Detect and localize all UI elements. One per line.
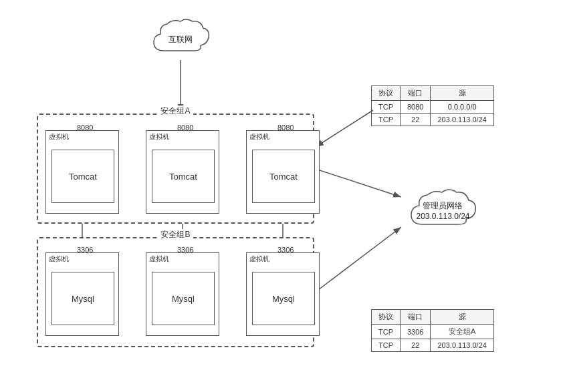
- table-bottom-row-1-protocol: TCP: [372, 325, 401, 339]
- port-tomcat-2: 8080: [177, 124, 193, 132]
- svg-line-5: [316, 169, 401, 197]
- table-top-row-1: TCP 8080 0.0.0.0/0: [372, 101, 494, 114]
- table-bottom-row-2: TCP 22 203.0.113.0/24: [372, 339, 494, 352]
- port-tomcat-3: 8080: [277, 124, 294, 132]
- port-mysql-2: 3306: [177, 246, 193, 254]
- vm-label-4: 虚拟机: [49, 254, 69, 264]
- admin-cloud: 管理员网络 203.0.113.0/24: [405, 182, 481, 234]
- app-label-mysql-3: Mysql: [272, 294, 295, 304]
- app-label-tomcat-3: Tomcat: [269, 172, 298, 182]
- table-top-row-2-protocol: TCP: [372, 114, 401, 126]
- table-top-header-port: 端口: [401, 86, 431, 101]
- vm-box-tomcat-2: 虚拟机 Tomcat: [146, 130, 219, 214]
- svg-line-7: [316, 110, 373, 147]
- table-top-row-1-port: 8080: [401, 101, 431, 114]
- table-bottom-row-2-protocol: TCP: [372, 339, 401, 352]
- app-label-tomcat-1: Tomcat: [69, 172, 97, 182]
- vm-box-tomcat-1: 虚拟机 Tomcat: [45, 130, 119, 214]
- table-bottom-row-1: TCP 3306 安全组A: [372, 325, 494, 339]
- table-bottom-row-2-source: 203.0.113.0/24: [431, 339, 493, 352]
- vm-box-mysql-1: 虚拟机 Mysql: [45, 252, 119, 336]
- app-box-mysql-2: Mysql: [152, 272, 215, 325]
- vm-label-5: 虚拟机: [149, 254, 169, 264]
- vm-label-1: 虚拟机: [49, 132, 69, 142]
- table-bottom-row-1-port: 3306: [401, 325, 431, 339]
- vm-label-2: 虚拟机: [149, 132, 169, 142]
- vm-box-mysql-3: 虚拟机 Mysql: [246, 252, 320, 336]
- table-bottom-row-2-port: 22: [401, 339, 431, 352]
- table-top-row-1-source: 0.0.0.0/0: [431, 101, 493, 114]
- security-group-b-label: 安全组B: [158, 229, 193, 240]
- table-bottom-header-protocol: 协议: [372, 310, 401, 325]
- table-bottom-row-1-source: 安全组A: [431, 325, 493, 339]
- info-table-bottom: 协议 端口 源 TCP 3306 安全组A TCP 22 203.0.113.0…: [371, 309, 494, 352]
- app-label-tomcat-2: Tomcat: [169, 172, 197, 182]
- svg-line-6: [316, 227, 401, 292]
- table-top-row-2-port: 22: [401, 114, 431, 126]
- app-box-tomcat-1: Tomcat: [51, 150, 114, 203]
- table-top-header-protocol: 协议: [372, 86, 401, 101]
- app-box-mysql-3: Mysql: [252, 272, 315, 325]
- internet-cloud-label: 互联网: [168, 34, 193, 45]
- internet-cloud: 互联网: [147, 12, 214, 60]
- table-bottom-header-port: 端口: [401, 310, 431, 325]
- vm-box-tomcat-3: 虚拟机 Tomcat: [246, 130, 320, 214]
- table-top-row-1-protocol: TCP: [372, 101, 401, 114]
- vm-label-3: 虚拟机: [249, 132, 269, 142]
- admin-cloud-label: 管理员网络 203.0.113.0/24: [416, 200, 469, 221]
- app-label-mysql-2: Mysql: [172, 294, 195, 304]
- table-top-row-2-source: 203.0.113.0/24: [431, 114, 493, 126]
- vm-box-mysql-2: 虚拟机 Mysql: [146, 252, 219, 336]
- info-table-top: 协议 端口 源 TCP 8080 0.0.0.0/0 TCP 22 203.0.…: [371, 85, 494, 126]
- port-tomcat-1: 8080: [77, 124, 93, 132]
- table-top-row-2: TCP 22 203.0.113.0/24: [372, 114, 494, 126]
- app-label-mysql-1: Mysql: [72, 294, 94, 304]
- port-mysql-1: 3306: [77, 246, 93, 254]
- diagram-container: 互联网 安全组A 安全组B 虚拟机 Tomcat 8080 虚拟机 Tomcat…: [0, 0, 565, 392]
- vm-label-6: 虚拟机: [249, 254, 269, 264]
- app-box-tomcat-3: Tomcat: [252, 150, 315, 203]
- port-mysql-3: 3306: [277, 246, 294, 254]
- app-box-mysql-1: Mysql: [51, 272, 114, 325]
- security-group-a-label: 安全组A: [158, 106, 193, 117]
- app-box-tomcat-2: Tomcat: [152, 150, 215, 203]
- table-top-header-source: 源: [431, 86, 493, 101]
- table-bottom-header-source: 源: [431, 310, 493, 325]
